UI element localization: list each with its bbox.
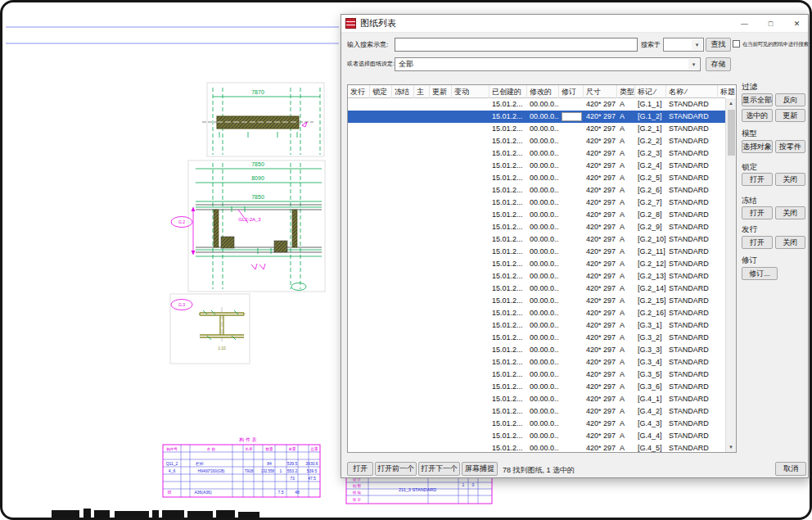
update-button[interactable]: 更新 [775, 109, 806, 122]
construction-lines [6, 27, 339, 43]
table-row[interactable]: 15.01.2...00.00.0...420* 297A[G.3_4]STAN… [348, 356, 725, 369]
scroll-up-icon[interactable]: ▲ [726, 98, 736, 108]
search-in-dropdown[interactable]: ▾ [663, 38, 704, 52]
invert-button[interactable]: 反向 [775, 93, 805, 106]
detail-bubble [291, 283, 306, 291]
table-row[interactable]: 15.01.2...00.00.0...420* 297A[G.2_14]STA… [348, 283, 725, 295]
freeze-off-button[interactable]: 关闭 [775, 206, 806, 219]
table-row[interactable]: 15.01.2...00.00.0...420* 297A[G.2_1]STAN… [348, 123, 725, 135]
titleblock-cell: 1 [462, 482, 465, 487]
bom-cell: 48 [295, 490, 300, 495]
column-header-size[interactable]: 尺寸 [584, 85, 617, 98]
column-header-issue[interactable]: 发行 [348, 85, 370, 98]
column-header-modified[interactable]: 修改的 [527, 85, 559, 98]
bom-cell: 553.2 [287, 468, 298, 473]
lock-group-label: 锁定 [742, 162, 757, 173]
beam-elevation [217, 116, 299, 129]
dimension-label: 8090 [251, 175, 264, 181]
column-header-title[interactable]: 标题 [718, 85, 737, 98]
column-header-main[interactable]: 主 [414, 85, 430, 98]
table-row[interactable]: 15.01.2...00.00.0...420* 297A[G.4_1]STAN… [348, 393, 725, 405]
freeze-on-button[interactable]: 打开 [742, 206, 773, 219]
column-header-mark[interactable]: 标记 ∕ [635, 85, 666, 98]
column-header-revision[interactable]: 修订 [559, 85, 584, 98]
drawing-set-value: 全部 [399, 59, 413, 70]
table-row[interactable]: 15.01.2...00.00.0...420* 297A[G.3_1]STAN… [348, 319, 725, 332]
table-row[interactable]: 15.01.2...00.00.0...420* 297A[G.1_1]STAN… [348, 98, 725, 111]
table-row[interactable]: 15.01.2...00.00.0...420* 297A[G.2_16]STA… [348, 307, 725, 319]
revision-button[interactable]: 修订... [742, 267, 778, 280]
clipped-cad-text [52, 509, 259, 520]
bom-cell: 7918 [244, 468, 253, 473]
bom-cell: 132.558 [261, 469, 275, 473]
drawing-list-icon [345, 18, 356, 29]
lock-on-button[interactable]: 打开 [742, 173, 773, 186]
table-row[interactable]: 15.01.2...00.00.0...420* 297A[G.2_8]STAN… [348, 209, 725, 221]
search-visible-checkbox[interactable] [733, 40, 740, 47]
close-button[interactable]: ✕ [786, 15, 808, 32]
column-header-update[interactable]: 更新 [430, 85, 452, 98]
column-header-name[interactable]: 名称 ∕ [666, 85, 718, 98]
bom-cell: 栏杆 [195, 461, 204, 466]
table-row[interactable]: 15.01.2...00.00.0...420* 297A[G.4_4]STAN… [348, 430, 725, 442]
open-previous-button[interactable]: 打开前一个 [375, 462, 417, 476]
table-row[interactable]: 15.01.2...00.00.0...420* 297A[G.2_3]STAN… [348, 147, 725, 160]
bom-cell: 4_6 [169, 468, 176, 473]
open-button[interactable]: 打开 [347, 462, 373, 476]
minimize-button[interactable]: — [733, 15, 756, 32]
issue-on-button[interactable]: 打开 [742, 236, 773, 249]
column-header-type[interactable]: 类型 [617, 85, 635, 98]
issue-off-button[interactable]: 关闭 [775, 236, 806, 249]
cancel-button[interactable]: 取消 [775, 462, 806, 476]
open-next-button[interactable]: 打开下一个 [418, 462, 460, 476]
select-objects-button[interactable]: 选择对象 [742, 140, 773, 153]
bom-cell: 47.5 [308, 476, 316, 481]
table-row[interactable]: 15.01.2...00.00.0...420* 297A[G.2_12]STA… [348, 258, 725, 270]
bom-cell: 3930.6 [305, 461, 318, 466]
table-row[interactable]: 15.01.2...00.00.0...420* 297A[G.2_2]STAN… [348, 135, 725, 147]
table-row[interactable]: 15.01.2...00.00.0...420* 297A[G.3_2]STAN… [348, 332, 725, 344]
drawing-set-dropdown[interactable]: 全部 ▾ [395, 57, 701, 71]
table-row[interactable]: 15.01.2...00.00.0...420* 297A[G.3_6]STAN… [348, 381, 725, 393]
issue-group-label: 发行 [742, 224, 757, 235]
find-button[interactable]: 查找 [706, 38, 731, 52]
table-row[interactable]: 15.01.2...00.00.0...420* 297A[G.2_13]STA… [348, 270, 725, 283]
column-header-lock[interactable]: 锁定 [370, 85, 392, 98]
search-in-label: 搜索于 [641, 40, 663, 49]
column-header-freeze[interactable]: 冻结 [392, 85, 414, 98]
table-row[interactable]: 15.01.2...00.00.0...420* 297A[G.2_4]STAN… [348, 160, 725, 172]
dialog-titlebar[interactable]: 图纸列表 — □ ✕ [341, 15, 808, 33]
column-header-created[interactable]: 已创建的 [489, 85, 527, 98]
table-row[interactable]: 15.01.2...00.00.0...420* 297A[G.2_11]STA… [348, 246, 725, 258]
scrollbar-thumb[interactable] [728, 110, 735, 156]
table-row[interactable]: 15.01.2...00.00.0...420* 297A[G.2_7]STAN… [348, 197, 725, 209]
column-header-changes[interactable]: 变动 [452, 85, 489, 98]
table-row[interactable]: 15.01.2...00.00.0...420* 297A[G.1_2]STAN… [348, 111, 725, 123]
table-row[interactable]: 15.01.2...00.00.0...420* 297A[G.2_5]STAN… [348, 172, 725, 184]
save-button[interactable]: 存储 [706, 57, 731, 71]
lock-off-button[interactable]: 关闭 [775, 173, 806, 186]
show-all-button[interactable]: 显示全部 [742, 93, 773, 106]
table-row[interactable]: 15.01.2...00.00.0...420* 297A[G.2_15]STA… [348, 295, 725, 307]
table-row[interactable]: 15.01.2...00.00.0...420* 297A[G.3_3]STAN… [348, 344, 725, 356]
bom-cell: HN400*200(GB) [198, 469, 225, 473]
by-parts-button[interactable]: 按零件 [775, 140, 805, 153]
selected-filter-button[interactable]: 选中的 [742, 109, 773, 122]
chevron-down-icon: ▾ [692, 39, 702, 50]
maximize-button[interactable]: □ [760, 15, 782, 32]
table-row[interactable]: 15.01.2...00.00.0...420* 297A[G.4_2]STAN… [348, 405, 725, 418]
snapshot-button[interactable]: 屏幕捕捉 [462, 462, 498, 476]
bom-cell: 73 [290, 476, 295, 481]
table-row[interactable]: 15.01.2...00.00.0...420* 297A[G.2_10]STA… [348, 233, 725, 246]
search-input[interactable] [395, 38, 638, 52]
table-row[interactable]: 15.01.2...00.00.0...420* 297A[G.4_5]STAN… [348, 442, 725, 453]
table-row[interactable]: 15.01.2...00.00.0...420* 297A[G.2_6]STAN… [348, 184, 725, 197]
bom-cell: 1 [280, 468, 282, 473]
table-row[interactable]: 15.01.2...00.00.0...420* 297A[G.2_9]STAN… [348, 221, 725, 233]
vertical-scrollbar[interactable]: ▲ ▼ [725, 98, 736, 452]
table-row[interactable]: 15.01.2...00.00.0...420* 297A[G.3_5]STAN… [348, 369, 725, 381]
table-row[interactable]: 15.01.2...00.00.0...420* 297A[G.4_3]STAN… [348, 418, 725, 430]
revision-edit-box[interactable] [562, 112, 582, 121]
bom-header: 名 称 [207, 447, 216, 451]
scroll-down-icon[interactable]: ▼ [726, 442, 736, 452]
